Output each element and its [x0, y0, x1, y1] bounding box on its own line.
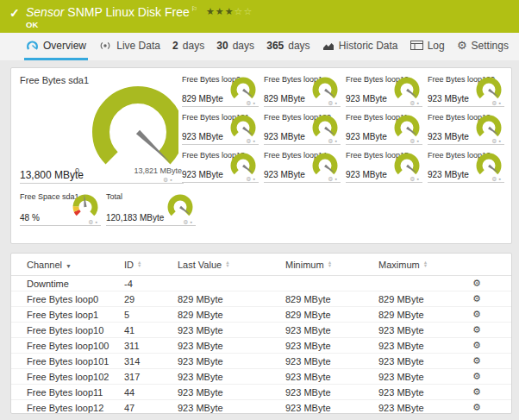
cell-channel: Free Bytes loop1: [11, 307, 119, 323]
small-gauge: Free Bytes loop11 923 MByte ⚙▪: [344, 111, 426, 149]
small-gauge: Free Bytes loop15 923 MByte ⚙▪: [344, 149, 426, 187]
table-row[interactable]: Free Bytes loop1 5 829 MByte 829 MByte 8…: [11, 307, 511, 323]
gauge-settings-icons[interactable]: ⚙▪: [410, 100, 421, 107]
cell-id: 47: [119, 400, 172, 416]
gauge-settings-icons[interactable]: ⚙▪: [246, 100, 257, 107]
gauge-settings-icons[interactable]: ⚙▪: [410, 176, 421, 183]
column-header-actions: [464, 254, 511, 276]
channel-settings-gear-icon[interactable]: ⚙: [472, 386, 481, 397]
column-header-last-value[interactable]: Last Value▲▼: [172, 254, 280, 276]
table-row[interactable]: Free Bytes loop0 29 829 MByte 829 MByte …: [11, 291, 511, 307]
channel-settings-gear-icon[interactable]: ⚙: [472, 371, 481, 381]
small-gauge: Free Bytes loop100 923 MByte ⚙▪: [426, 73, 508, 111]
cell-minimum: 923 MByte: [280, 400, 373, 416]
table-row[interactable]: Free Bytes loop102 317 923 MByte 923 MBy…: [11, 369, 511, 385]
sort-icon: ▲▼: [423, 260, 428, 267]
small-gauge: Free Bytes loop13 923 MByte ⚙▪: [180, 149, 262, 187]
sensor-kind-label: Sensor: [26, 5, 64, 19]
tab-live-data[interactable]: Live Data: [97, 33, 162, 60]
gauge-value: 923 MByte: [264, 170, 305, 179]
cell-minimum: 923 MByte: [280, 385, 373, 400]
tab-2-days[interactable]: 2 days: [171, 33, 206, 60]
channel-settings-gear-icon[interactable]: ⚙: [472, 278, 481, 288]
star-empty-icon: ☆: [243, 6, 253, 16]
tab-30-days[interactable]: 30 days: [215, 33, 256, 60]
table-row[interactable]: Downtime -4 ⚙: [11, 276, 511, 291]
cell-id: 44: [119, 385, 172, 400]
cell-channel: Free Bytes loop100: [11, 338, 119, 354]
gauge-value: 829 MByte: [182, 94, 223, 103]
table-row[interactable]: Free Bytes loop100 311 923 MByte 923 MBy…: [11, 338, 511, 354]
channel-settings-gear-icon[interactable]: ⚙: [472, 355, 481, 366]
tab-log[interactable]: Log: [409, 33, 447, 60]
channel-settings-gear-icon[interactable]: ⚙: [472, 293, 481, 304]
gauges-card: Free Bytes sda1 0 13,821 MByte 13,800 MB…: [10, 67, 512, 244]
gauge-settings-icons[interactable]: ⚙▪: [491, 176, 503, 183]
column-header-minimum[interactable]: Minimum▲▼: [280, 254, 373, 276]
tab-label: Historic Data: [339, 40, 398, 52]
gauge-settings-icons[interactable]: ⚙▪: [328, 176, 339, 183]
channel-settings-gear-icon[interactable]: ⚙: [472, 309, 481, 319]
tab-historic-data[interactable]: Historic Data: [321, 33, 400, 60]
column-header-maximum[interactable]: Maximum▲▼: [373, 254, 464, 276]
cell-last-value: 923 MByte: [172, 323, 280, 338]
table-row[interactable]: Free Bytes loop12 47 923 MByte 923 MByte…: [11, 400, 511, 416]
cell-channel: Free Bytes loop102: [11, 369, 119, 385]
gauge-settings-icons[interactable]: ⚙▪: [491, 138, 503, 145]
channel-settings-gear-icon[interactable]: ⚙: [472, 340, 481, 350]
column-header-id[interactable]: ID▲▼: [119, 254, 172, 276]
table-row[interactable]: Free Bytes loop101 314 923 MByte 923 MBy…: [11, 354, 511, 369]
priority-stars[interactable]: ★★★☆☆: [206, 6, 253, 16]
gauge-settings-icons[interactable]: ⚙▪: [163, 177, 174, 184]
tab-label: days: [288, 40, 310, 52]
cell-last-value: 923 MByte: [172, 354, 280, 369]
log-icon: [410, 41, 423, 50]
cell-last-value: 923 MByte: [172, 400, 280, 416]
sort-icon: ▲▼: [225, 260, 229, 267]
sensor-status-text: OK: [26, 20, 38, 29]
tab-number: 365: [266, 40, 284, 52]
channel-settings-gear-icon[interactable]: ⚙: [472, 402, 481, 412]
gauge-settings-icons[interactable]: ⚙▪: [246, 176, 257, 183]
gear-icon: ⚙: [457, 40, 467, 51]
tab-settings[interactable]: ⚙ Settings: [455, 33, 510, 60]
gauge-icon: [26, 40, 39, 51]
channel-settings-gear-icon[interactable]: ⚙: [472, 324, 481, 335]
channels-table-card: Channel▼ID▲▼Last Value▲▼Minimum▲▼Maximum…: [10, 253, 512, 414]
sort-desc-icon: ▼: [66, 263, 72, 269]
gauge-settings-icons[interactable]: ⚙▪: [328, 138, 339, 145]
cell-id: 317: [119, 369, 172, 385]
gauge-settings-icons[interactable]: ⚙▪: [410, 138, 421, 145]
gauge-settings-icons[interactable]: ⚙▪: [88, 219, 99, 226]
cell-maximum: 923 MByte: [373, 323, 464, 338]
table-row[interactable]: Free Bytes loop10 41 923 MByte 923 MByte…: [11, 323, 511, 338]
gauge-settings-icons[interactable]: ⚙▪: [246, 138, 257, 145]
star-filled-icon: ★: [225, 6, 234, 16]
gauge-settings-icons[interactable]: ⚙▪: [491, 100, 503, 107]
flag-icon[interactable]: ⚐: [191, 5, 197, 13]
cell-channel: Free Bytes loop10: [11, 323, 119, 338]
tab-overview[interactable]: Overview: [24, 33, 88, 60]
tab-365-days[interactable]: 365 days: [265, 33, 311, 60]
cell-maximum: 923 MByte: [373, 354, 464, 369]
gauge-value: 48 %: [20, 213, 40, 223]
gauge-settings-icons[interactable]: ⚙▪: [183, 219, 194, 226]
cell-id: -4: [119, 276, 172, 291]
small-gauges-grid: Free Bytes loop0 829 MByte ⚙▪ Free Bytes…: [180, 73, 508, 187]
tab-bar: Overview Live Data 2 days 30 days 365 da…: [0, 33, 519, 60]
tab-label: days: [183, 40, 204, 52]
gauge-value: 923 MByte: [428, 94, 469, 103]
small-gauge: Free Bytes loop102 923 MByte ⚙▪: [262, 111, 344, 149]
cell-channel: Free Bytes loop0: [11, 291, 119, 307]
cell-minimum: 829 MByte: [280, 291, 373, 307]
sort-icon: ▲▼: [328, 260, 332, 267]
gauge-value: 923 MByte: [182, 170, 223, 179]
table-row[interactable]: Free Bytes loop11 44 923 MByte 923 MByte…: [11, 385, 511, 400]
tab-label: Overview: [43, 40, 86, 52]
column-header-channel[interactable]: Channel▼: [11, 254, 119, 276]
cell-minimum: 923 MByte: [280, 338, 373, 354]
chart-icon: [322, 41, 335, 51]
gauge-settings-icons[interactable]: ⚙▪: [328, 100, 339, 107]
cell-last-value: 829 MByte: [172, 291, 280, 307]
cell-id: 314: [119, 354, 172, 369]
